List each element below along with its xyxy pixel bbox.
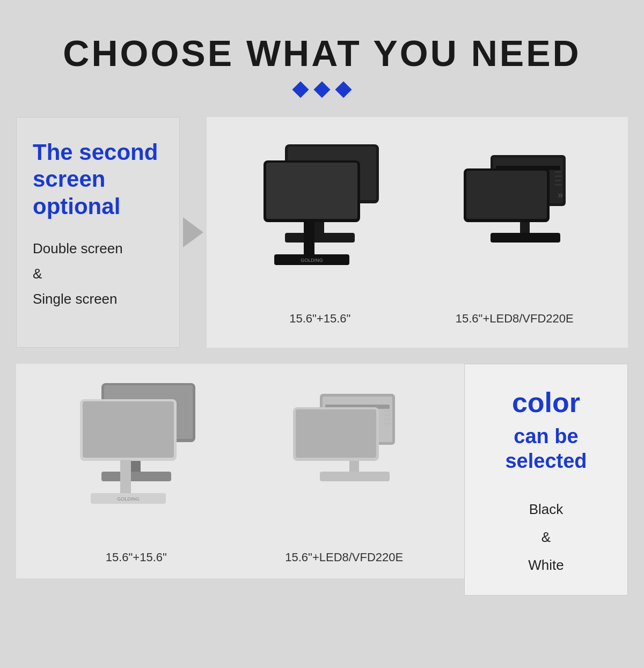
svg-rect-36 xyxy=(384,414,391,416)
white-double-pos-svg: GOLDING xyxy=(69,378,203,544)
main-title: CHOOSE WHAT YOU NEED xyxy=(0,32,644,74)
top-products-area: GOLDING 15.6"+15.6" » xyxy=(207,117,628,348)
bottom-right-label: 15.6"+LED8/VFD220E xyxy=(285,550,403,564)
can-be-selected: can be selected xyxy=(475,424,617,473)
diamond-icon-3 xyxy=(335,81,352,98)
svg-rect-29 xyxy=(120,460,131,495)
top-right-label: 15.6"+LED8/VFD220E xyxy=(456,312,574,326)
top-left-label: 15.6"+15.6" xyxy=(289,312,350,326)
top-left-product: GOLDING 15.6"+15.6" xyxy=(253,139,387,326)
svg-rect-12 xyxy=(555,171,561,173)
screen-options: Double screen & Single screen xyxy=(33,236,163,311)
header-section: CHOOSE WHAT YOU NEED xyxy=(0,0,644,112)
bottom-left-label: 15.6"+15.6" xyxy=(106,550,167,564)
page-wrapper: CHOOSE WHAT YOU NEED The second screen o… xyxy=(0,0,644,596)
bottom-products-area: GOLDING 15.6"+15.6" xyxy=(16,364,464,578)
right-arrow-icon xyxy=(183,217,203,247)
color-options: Black & White xyxy=(528,495,564,579)
diamond-icon-2 xyxy=(313,81,330,98)
svg-rect-6 xyxy=(304,221,314,256)
svg-rect-44 xyxy=(296,409,376,458)
svg-rect-20 xyxy=(491,233,560,243)
svg-rect-37 xyxy=(384,419,391,420)
bottom-section: GOLDING 15.6"+15.6" xyxy=(16,364,628,596)
black-single-led-svg: » Touch all-in-one xyxy=(448,139,582,305)
svg-rect-15 xyxy=(555,184,561,186)
svg-rect-14 xyxy=(555,180,561,181)
diamond-icon-1 xyxy=(292,81,309,98)
top-right-product: » Touch all-in-one 15.6"+LED8/VFD220E xyxy=(448,139,582,326)
svg-rect-28 xyxy=(83,401,174,458)
svg-rect-26 xyxy=(101,472,171,481)
color-info-box: color can be selected Black & White xyxy=(464,364,628,596)
svg-text:GOLDING: GOLDING xyxy=(117,496,140,502)
top-section: The second screen optional Double screen… xyxy=(16,117,628,348)
bottom-left-product: GOLDING 15.6"+15.6" xyxy=(69,378,203,564)
white-single-led-svg: Touch all-in-one xyxy=(277,378,411,544)
color-title: color xyxy=(512,386,580,419)
bottom-right-product: Touch all-in-one 15.6"+LED8/VFD220E xyxy=(277,378,411,564)
left-info-box: The second screen optional Double screen… xyxy=(16,117,180,348)
diamond-row xyxy=(0,84,644,96)
svg-text:GOLDING: GOLDING xyxy=(301,258,323,263)
svg-rect-13 xyxy=(555,175,561,177)
svg-rect-42 xyxy=(320,472,390,481)
black-double-pos-svg: GOLDING xyxy=(253,139,387,305)
svg-rect-38 xyxy=(384,423,391,424)
svg-rect-3 xyxy=(285,233,355,243)
arrow-container xyxy=(180,117,207,348)
svg-rect-22 xyxy=(466,171,547,219)
svg-rect-5 xyxy=(266,163,357,219)
svg-text:»: » xyxy=(558,189,563,200)
second-screen-title: The second screen optional xyxy=(33,139,163,220)
svg-rect-35 xyxy=(384,410,391,412)
